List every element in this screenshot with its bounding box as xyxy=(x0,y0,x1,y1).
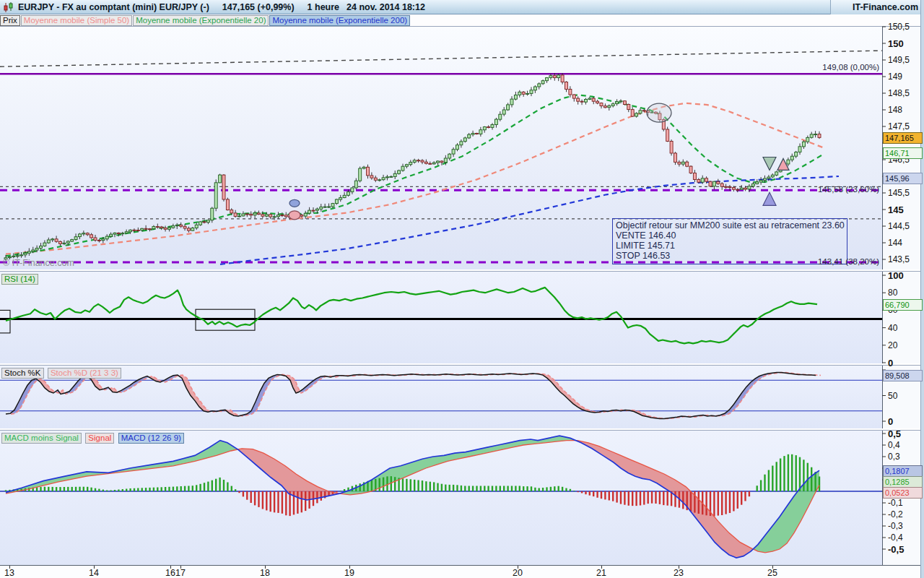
value-box-ema20: 146,71 xyxy=(883,147,923,159)
stoch-panel-plot[interactable] xyxy=(0,365,924,428)
price-axis-label: 150,5 xyxy=(888,22,923,32)
rsi-axis-label: 40 xyxy=(888,323,923,333)
instrument-title: EURJPY - FX au comptant (mini) EUR/JPY (… xyxy=(18,2,209,12)
price-axis-label: 144,5 xyxy=(888,221,923,231)
brand-label: IT-Finance.com xyxy=(853,2,918,12)
brand-panel: IT-Finance.com xyxy=(830,0,924,14)
macd-legend[interactable]: MACD (12 26 9) xyxy=(118,433,184,444)
price-axis-label: 150 xyxy=(888,38,923,49)
stoch-axis-label: 0 xyxy=(888,416,923,427)
stoch-axis-label: 50 xyxy=(888,391,923,401)
timeframe[interactable]: 1 heure xyxy=(308,2,339,12)
stoch-legend-row: Stoch %K Stoch %D (21 3 3) xyxy=(1,366,122,379)
time-axis-label: 14 xyxy=(86,568,102,578)
legend-prix[interactable]: Prix xyxy=(0,15,20,26)
price-axis-label: 149,5 xyxy=(888,55,923,65)
stoch-k-legend[interactable]: Stoch %K xyxy=(1,368,44,379)
price-axis-label: 149 xyxy=(888,72,923,82)
macd-axis-label: -0,2 xyxy=(888,509,923,519)
macd-panel-plot[interactable] xyxy=(0,430,924,565)
rsi-legend-row: RSI (14) xyxy=(1,272,39,285)
fib-level-label: 149,08 (0,00%) xyxy=(822,63,879,72)
macd-hist-legend[interactable]: MACD moins Signal xyxy=(1,433,82,444)
last-update-datetime: 24 nov. 2014 18:12 xyxy=(346,2,425,12)
time-axis-label: 13 xyxy=(1,568,17,578)
value-box-rsi: 66,790 xyxy=(883,299,923,311)
macd-legend-row: MACD moins Signal Signal MACD (12 26 9) xyxy=(1,431,185,444)
macd-axis-label: 0,5 xyxy=(888,428,923,439)
time-axis-label: 25 xyxy=(764,568,780,578)
annotation-line: Objectif retour sur MM200 suite est au r… xyxy=(616,220,844,230)
price-axis-label: 145,5 xyxy=(888,188,923,198)
time-axis-label: 20 xyxy=(510,568,526,578)
value-box-stoch: 89,508 xyxy=(883,370,923,381)
fib-level-label: 145,58 (23,60%) xyxy=(818,185,879,194)
value-box-ema200: 145,96 xyxy=(883,173,923,184)
time-axis-label: 18 xyxy=(257,568,273,578)
watermark: © IT-Finance.com xyxy=(3,258,74,268)
stoch-d-legend[interactable]: Stoch %D (21 3 3) xyxy=(48,368,121,379)
annotation-line: VENTE 146.40 xyxy=(616,230,844,241)
last-quote: 147,165 (+0,99%) xyxy=(222,2,295,12)
price-axis-label: 144 xyxy=(888,238,923,248)
marker-ellipse-pink[interactable] xyxy=(289,211,300,220)
macd-axis-label: -0,4 xyxy=(888,532,923,543)
macd-axis-label: 0,4 xyxy=(888,440,923,450)
rsi-axis-label: 80 xyxy=(888,288,923,298)
time-axis-label: 19 xyxy=(341,568,357,578)
time-axis-label: 17 xyxy=(173,568,188,578)
macd-axis-label: -0,3 xyxy=(888,521,923,531)
candlestick-icon xyxy=(3,1,14,13)
annotation-line: STOP 146.53 xyxy=(616,251,844,261)
rsi-axis-label: 100 xyxy=(888,270,923,281)
legend-ema20[interactable]: Moyenne mobile (Exponentielle 20) xyxy=(133,15,269,26)
price-axis-label: 147,5 xyxy=(888,121,923,131)
price-axis-label: 148,5 xyxy=(888,88,923,98)
price-axis-label: 145 xyxy=(888,204,923,215)
value-box-macd-hist: 0,1285 xyxy=(883,476,923,488)
rsi-axis-label: 20 xyxy=(888,340,923,350)
time-axis[interactable]: 13141617181920212325 xyxy=(0,565,924,578)
highlight-ellipse-top[interactable] xyxy=(647,103,671,122)
legend-sma50[interactable]: Moyenne mobile (Simple 50) xyxy=(21,15,132,26)
macd-axis-label: 0,3 xyxy=(888,452,923,462)
fib-level-label: 143,41 (38,20%) xyxy=(818,257,879,266)
rsi-legend[interactable]: RSI (14) xyxy=(1,274,38,285)
rsi-panel-plot[interactable] xyxy=(0,271,924,363)
value-box-last-price: 147,165 xyxy=(883,132,923,144)
time-axis-label: 23 xyxy=(671,568,687,578)
trade-annotation-box[interactable]: Objectif retour sur MM200 suite est au r… xyxy=(612,218,847,264)
macd-axis-label: -0,5 xyxy=(888,544,923,555)
macd-signal-legend[interactable]: Signal xyxy=(85,433,114,444)
trading-chart-window: EURJPY - FX au comptant (mini) EUR/JPY (… xyxy=(0,0,924,578)
rsi-axis-label: 0 xyxy=(888,358,923,368)
title-bar: EURJPY - FX au comptant (mini) EUR/JPY (… xyxy=(0,0,924,14)
value-box-macd-signal: 0,0523 xyxy=(883,487,923,499)
value-box-macd: 0,1807 xyxy=(883,465,923,477)
price-axis-label: 143,5 xyxy=(888,254,923,264)
annotation-line: LIMITE 145.71 xyxy=(616,241,844,251)
price-axis-label: 148 xyxy=(888,105,923,115)
legend-ema200[interactable]: Moyenne mobile (Exponentielle 200) xyxy=(269,15,410,26)
marker-ellipse-blue[interactable] xyxy=(289,199,300,207)
time-axis-label: 21 xyxy=(593,568,609,578)
price-legend-row: Prix Moyenne mobile (Simple 50) Moyenne … xyxy=(0,14,924,26)
macd-axis-label: -0,1 xyxy=(888,498,923,508)
